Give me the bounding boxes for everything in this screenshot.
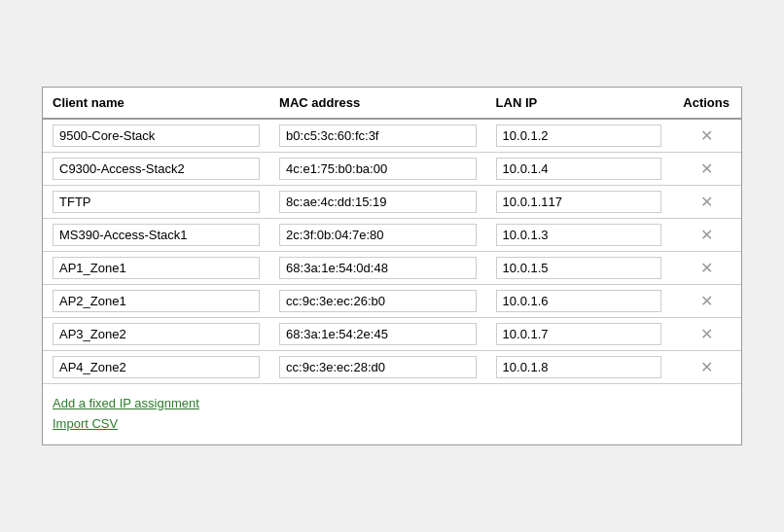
mac-address-cell xyxy=(269,351,485,384)
mac-address-cell xyxy=(269,318,485,351)
client-name-cell xyxy=(43,119,269,153)
lan-ip-cell xyxy=(486,186,672,219)
table-row: ✕ xyxy=(43,285,741,318)
actions-cell: ✕ xyxy=(671,351,741,384)
mac-address-input[interactable] xyxy=(279,290,476,312)
delete-row-button[interactable]: ✕ xyxy=(700,294,713,309)
table-row: ✕ xyxy=(43,318,741,351)
lan-ip-input[interactable] xyxy=(496,158,662,180)
mac-address-input[interactable] xyxy=(279,323,476,345)
delete-row-button[interactable]: ✕ xyxy=(700,128,713,144)
mac-address-input[interactable] xyxy=(279,158,476,180)
table-row: ✕ xyxy=(43,186,741,219)
lan-ip-input[interactable] xyxy=(496,257,662,279)
client-name-cell xyxy=(43,285,269,318)
client-name-input[interactable] xyxy=(53,356,260,378)
delete-row-button[interactable]: ✕ xyxy=(700,161,713,177)
lan-ip-cell xyxy=(486,153,672,186)
fixed-ip-table: Client name MAC address LAN IP Actions ✕… xyxy=(43,88,741,383)
actions-cell: ✕ xyxy=(671,186,741,219)
actions-cell: ✕ xyxy=(671,285,741,318)
lan-ip-input[interactable] xyxy=(496,224,662,246)
table-row: ✕ xyxy=(43,351,741,384)
client-name-input[interactable] xyxy=(53,290,260,312)
delete-row-button[interactable]: ✕ xyxy=(700,195,713,210)
import-csv-link[interactable]: Import CSV xyxy=(53,414,731,435)
mac-address-cell xyxy=(269,153,485,186)
table-row: ✕ xyxy=(43,219,741,252)
actions-cell: ✕ xyxy=(671,119,741,153)
header-lan-ip: LAN IP xyxy=(486,88,672,119)
delete-row-button[interactable]: ✕ xyxy=(700,360,713,375)
lan-ip-input[interactable] xyxy=(496,356,662,378)
mac-address-input[interactable] xyxy=(279,356,476,378)
client-name-input[interactable] xyxy=(53,124,260,147)
mac-address-input[interactable] xyxy=(279,124,476,147)
delete-row-button[interactable]: ✕ xyxy=(700,261,713,276)
lan-ip-input[interactable] xyxy=(496,124,662,147)
actions-cell: ✕ xyxy=(671,219,741,252)
lan-ip-input[interactable] xyxy=(496,323,662,345)
header-mac-address: MAC address xyxy=(269,88,485,119)
lan-ip-cell xyxy=(486,351,672,384)
mac-address-input[interactable] xyxy=(279,191,476,213)
client-name-cell xyxy=(43,351,269,384)
actions-cell: ✕ xyxy=(671,252,741,285)
table-row: ✕ xyxy=(43,252,741,285)
actions-cell: ✕ xyxy=(671,318,741,351)
mac-address-cell xyxy=(269,186,485,219)
header-actions: Actions xyxy=(671,88,741,119)
mac-address-input[interactable] xyxy=(279,257,476,279)
lan-ip-cell xyxy=(486,252,672,285)
client-name-input[interactable] xyxy=(53,323,260,345)
table-footer: Add a fixed IP assignment Import CSV xyxy=(43,383,741,444)
mac-address-cell xyxy=(269,219,485,252)
lan-ip-input[interactable] xyxy=(496,290,662,312)
add-fixed-ip-link[interactable]: Add a fixed IP assignment xyxy=(53,394,731,414)
mac-address-cell xyxy=(269,285,485,318)
client-name-input[interactable] xyxy=(53,257,260,279)
delete-row-button[interactable]: ✕ xyxy=(700,327,713,342)
lan-ip-cell xyxy=(486,119,672,153)
client-name-cell xyxy=(43,153,269,186)
mac-address-cell xyxy=(269,252,485,285)
client-name-cell xyxy=(43,219,269,252)
mac-address-cell xyxy=(269,119,485,153)
table-header-row: Client name MAC address LAN IP Actions xyxy=(43,88,741,119)
actions-cell: ✕ xyxy=(671,153,741,186)
client-name-cell xyxy=(43,318,269,351)
header-client-name: Client name xyxy=(43,88,269,119)
mac-address-input[interactable] xyxy=(279,224,476,246)
client-name-input[interactable] xyxy=(53,191,260,213)
client-name-input[interactable] xyxy=(53,158,260,180)
fixed-ip-table-container: Client name MAC address LAN IP Actions ✕… xyxy=(42,87,742,445)
client-name-cell xyxy=(43,186,269,219)
client-name-cell xyxy=(43,252,269,285)
delete-row-button[interactable]: ✕ xyxy=(700,228,713,243)
lan-ip-input[interactable] xyxy=(496,191,662,213)
lan-ip-cell xyxy=(486,285,672,318)
lan-ip-cell xyxy=(486,219,672,252)
table-row: ✕ xyxy=(43,119,741,153)
lan-ip-cell xyxy=(486,318,672,351)
client-name-input[interactable] xyxy=(53,224,260,246)
table-row: ✕ xyxy=(43,153,741,186)
